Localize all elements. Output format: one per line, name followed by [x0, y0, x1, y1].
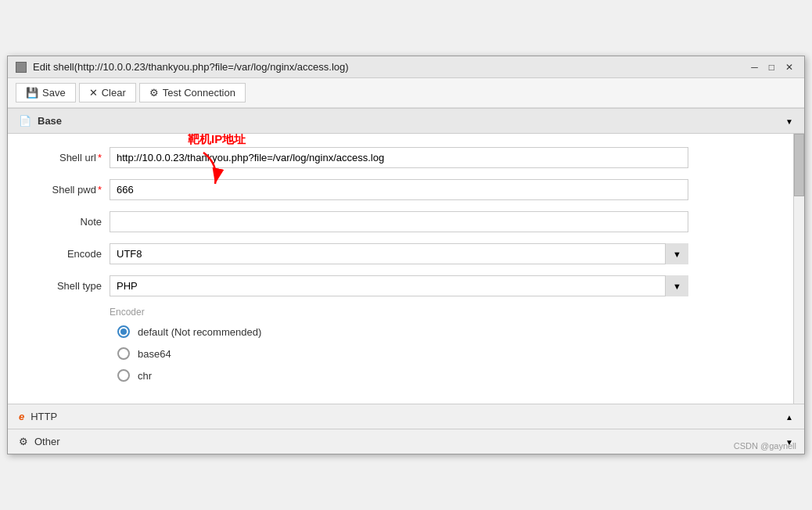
shell-type-row: Shell type PHP ASP ASPX JSP ▼ [8, 270, 793, 302]
encode-select[interactable]: UTF8 GBK GB2312 UTF-16 [110, 243, 688, 264]
window-icon [16, 62, 27, 73]
base-icon: 📄 [19, 115, 31, 127]
save-button[interactable]: 💾 Save [16, 83, 76, 102]
other-icon: ⚙ [19, 436, 28, 447]
radio-base64-circle[interactable] [117, 347, 130, 360]
note-input[interactable] [110, 211, 688, 232]
base-chevron-icon [785, 115, 793, 127]
encode-select-wrapper: UTF8 GBK GB2312 UTF-16 ▼ [110, 243, 688, 264]
shell-type-select[interactable]: PHP ASP ASPX JSP [110, 275, 688, 296]
radio-base64-label: base64 [138, 348, 171, 360]
shell-pwd-row: Shell pwd* [8, 174, 793, 206]
test-label: Test Connection [163, 87, 235, 99]
window-bottom: e HTTP ⚙ Other CSDN @gaynell [8, 404, 804, 454]
radio-chr-circle[interactable] [117, 369, 130, 382]
title-bar-left: Edit shell(http://10.0.0.23/thankyou.php… [16, 61, 349, 73]
encode-row: Encode UTF8 GBK GB2312 UTF-16 ▼ [8, 238, 793, 270]
base-section-header[interactable]: 📄 Base [8, 108, 804, 134]
encoder-section-label: Encoder [8, 302, 793, 321]
scrollbar[interactable] [793, 134, 804, 404]
encode-label: Encode [23, 248, 102, 260]
watermark: CSDN @gaynell [734, 441, 796, 451]
title-bar-buttons: ─ □ ✕ [748, 62, 796, 73]
http-section-left: e HTTP [19, 411, 57, 422]
clear-icon: ✕ [89, 87, 98, 99]
minimize-button[interactable]: ─ [748, 62, 761, 73]
base-section-content-wrapper: 靶机IP地址 Shell url* [8, 134, 804, 404]
maximize-button[interactable]: □ [766, 62, 778, 73]
radio-chr-label: chr [138, 370, 152, 382]
radio-default-circle[interactable] [117, 325, 130, 338]
scrollbar-thumb[interactable] [794, 134, 804, 196]
radio-default-label: default (Not recommended) [138, 326, 261, 338]
other-section-left: ⚙ Other [19, 436, 60, 447]
form-container: 靶机IP地址 Shell url* [8, 134, 793, 404]
save-icon: 💾 [26, 87, 38, 99]
clear-label: Clear [102, 87, 126, 99]
shell-url-label: Shell url* [23, 152, 102, 163]
other-section-label: Other [34, 436, 60, 447]
radio-chr-row[interactable]: chr [8, 365, 793, 386]
base-section-label: Base [38, 115, 62, 127]
main-window: Edit shell(http://10.0.0.23/thankyou.php… [7, 56, 805, 454]
close-button[interactable]: ✕ [782, 62, 796, 73]
other-section-header[interactable]: ⚙ Other [8, 429, 804, 454]
shell-type-select-wrapper: PHP ASP ASPX JSP ▼ [110, 275, 688, 296]
window-title: Edit shell(http://10.0.0.23/thankyou.php… [33, 61, 349, 73]
http-section: e HTTP [8, 404, 804, 429]
http-section-label: HTTP [31, 411, 57, 422]
scrollable-content: 靶机IP地址 Shell url* [8, 134, 793, 404]
toolbar: 💾 Save ✕ Clear ⚙ Test Connection [8, 78, 804, 108]
radio-default-row[interactable]: default (Not recommended) [8, 321, 793, 343]
save-label: Save [42, 87, 66, 99]
shell-pwd-input[interactable] [110, 179, 688, 200]
shell-pwd-label: Shell pwd* [23, 184, 102, 196]
shell-type-label: Shell type [23, 280, 102, 292]
http-chevron-icon [785, 411, 793, 422]
test-connection-button[interactable]: ⚙ Test Connection [139, 83, 246, 102]
clear-button[interactable]: ✕ Clear [79, 83, 136, 102]
shell-url-input[interactable] [110, 147, 688, 168]
note-label: Note [23, 216, 102, 228]
base-section-left: 📄 Base [19, 115, 62, 127]
http-icon: e [19, 411, 24, 422]
other-section: ⚙ Other [8, 429, 804, 454]
radio-base64-row[interactable]: base64 [8, 343, 793, 365]
shell-url-row: Shell url* [8, 142, 793, 174]
note-row: Note [8, 206, 793, 238]
http-section-header[interactable]: e HTTP [8, 404, 804, 429]
title-bar: Edit shell(http://10.0.0.23/thankyou.php… [8, 56, 804, 78]
test-icon: ⚙ [149, 87, 159, 99]
